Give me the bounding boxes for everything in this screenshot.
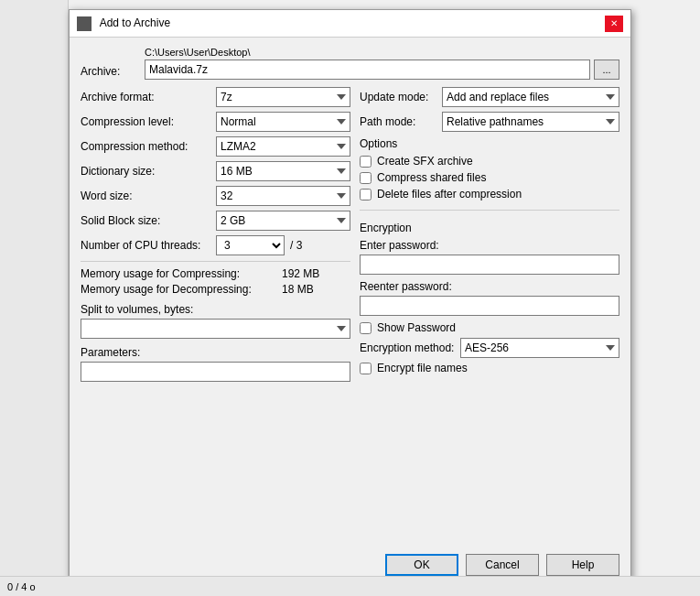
archive-format-row: Archive format: 7z	[81, 87, 350, 107]
right-column: Update mode: Add and replace files Path …	[360, 87, 619, 382]
split-label: Split to volumes, bytes:	[81, 303, 350, 316]
left-column: Archive format: 7z Compression level: No…	[81, 87, 350, 382]
archive-row: Archive: C:\Users\User\Desktop\ ...	[81, 47, 619, 80]
show-password-row: Show Password	[360, 321, 619, 334]
create-sfx-label[interactable]: Create SFX archive	[377, 155, 473, 168]
status-text: 0 / 4 o	[7, 581, 36, 592]
delete-after-checkbox[interactable]	[360, 189, 372, 200]
compress-shared-checkbox[interactable]	[360, 172, 372, 184]
update-mode-row: Update mode: Add and replace files	[360, 87, 619, 107]
memory-decompress-value: 18 MB	[282, 283, 314, 296]
cancel-button[interactable]: Cancel	[466, 554, 539, 576]
ok-button[interactable]: OK	[385, 554, 458, 576]
encryption-method-row: Encryption method: AES-256	[360, 338, 619, 358]
cpu-threads-row: Number of CPU threads: 3 / 3	[81, 235, 350, 255]
word-size-label: Word size:	[81, 190, 216, 202]
reenter-password-input[interactable]	[360, 296, 619, 316]
close-button[interactable]: ✕	[605, 16, 623, 32]
params-label: Parameters:	[81, 346, 350, 359]
archive-filename-input[interactable]	[145, 60, 590, 80]
encrypt-names-checkbox[interactable]	[360, 363, 372, 374]
sidebar-panel	[0, 0, 69, 596]
path-mode-select[interactable]: Relative pathnames	[442, 112, 619, 132]
split-section: Split to volumes, bytes:	[81, 303, 350, 339]
solid-block-label: Solid Block size:	[81, 214, 216, 227]
dictionary-size-label: Dictionary size:	[81, 165, 216, 178]
dictionary-size-select[interactable]: 16 MB	[216, 161, 350, 181]
dialog-title: Add to Archive	[100, 16, 170, 29]
dialog-body: Archive: C:\Users\User\Desktop\ ... Arch…	[70, 38, 630, 391]
encryption-section: Encryption Enter password: Reenter passw…	[360, 210, 619, 374]
memory-compress-value: 192 MB	[282, 267, 319, 280]
cpu-threads-total: / 3	[290, 239, 302, 252]
dialog-titlebar: Add to Archive ✕	[70, 10, 630, 38]
create-sfx-checkbox[interactable]	[360, 156, 372, 168]
compression-level-select[interactable]: Normal	[216, 112, 350, 132]
encryption-title: Encryption	[360, 222, 619, 234]
cpu-threads-label: Number of CPU threads:	[81, 239, 216, 252]
path-mode-label: Path mode:	[360, 115, 442, 128]
dialog-title-area: Add to Archive	[77, 16, 170, 31]
archive-format-select[interactable]: 7z	[216, 87, 350, 107]
update-mode-select[interactable]: Add and replace files	[442, 87, 619, 107]
memory-compress-label: Memory usage for Compressing:	[81, 267, 282, 280]
dialog-footer: OK Cancel Help	[385, 554, 619, 576]
enter-password-input[interactable]	[360, 255, 619, 275]
params-section: Parameters:	[81, 346, 350, 382]
dialog-icon	[77, 16, 92, 31]
split-input[interactable]	[81, 319, 350, 339]
browse-button[interactable]: ...	[594, 60, 619, 80]
delete-after-row: Delete files after compression	[360, 188, 619, 200]
encryption-method-select[interactable]: AES-256	[460, 338, 619, 358]
params-input[interactable]	[81, 362, 350, 382]
add-to-archive-dialog: Add to Archive ✕ Archive: C:\Users\User\…	[69, 9, 631, 586]
compression-method-label: Compression method:	[81, 140, 216, 153]
archive-label: Archive:	[81, 47, 145, 78]
memory-compress-row: Memory usage for Compressing: 192 MB	[81, 267, 350, 280]
word-size-row: Word size: 32	[81, 186, 350, 206]
compression-method-row: Compression method: LZMA2	[81, 136, 350, 157]
cpu-threads-select[interactable]: 3	[216, 235, 285, 255]
show-password-label[interactable]: Show Password	[377, 321, 456, 334]
update-mode-label: Update mode:	[360, 91, 442, 103]
help-button[interactable]: Help	[546, 554, 619, 576]
archive-path: C:\Users\User\Desktop\	[145, 47, 619, 58]
status-bar: 0 / 4 o	[0, 576, 700, 596]
solid-block-select[interactable]: 2 GB	[216, 211, 350, 231]
memory-decompress-row: Memory usage for Decompressing: 18 MB	[81, 283, 350, 296]
compression-level-label: Compression level:	[81, 115, 216, 128]
reenter-password-label: Reenter password:	[360, 280, 619, 293]
divider1	[81, 261, 350, 262]
two-column-layout: Archive format: 7z Compression level: No…	[81, 87, 619, 382]
archive-inputs: C:\Users\User\Desktop\ ...	[145, 47, 619, 80]
memory-decompress-label: Memory usage for Decompressing:	[81, 283, 282, 296]
word-size-select[interactable]: 32	[216, 186, 350, 206]
compression-level-row: Compression level: Normal	[81, 112, 350, 132]
solid-block-row: Solid Block size: 2 GB	[81, 211, 350, 231]
compress-shared-label[interactable]: Compress shared files	[377, 171, 486, 184]
create-sfx-row: Create SFX archive	[360, 155, 619, 168]
delete-after-label[interactable]: Delete files after compression	[377, 188, 522, 200]
archive-input-row: ...	[145, 60, 619, 80]
encryption-method-label: Encryption method:	[360, 341, 460, 354]
compress-shared-row: Compress shared files	[360, 171, 619, 184]
path-mode-row: Path mode: Relative pathnames	[360, 112, 619, 132]
encrypt-names-row: Encrypt file names	[360, 362, 619, 374]
dictionary-size-row: Dictionary size: 16 MB	[81, 161, 350, 181]
encrypt-names-label[interactable]: Encrypt file names	[377, 362, 468, 374]
archive-format-label: Archive format:	[81, 91, 216, 103]
show-password-checkbox[interactable]	[360, 322, 372, 334]
enter-password-label: Enter password:	[360, 239, 619, 252]
options-title: Options	[360, 137, 619, 150]
compression-method-select[interactable]: LZMA2	[216, 136, 350, 157]
